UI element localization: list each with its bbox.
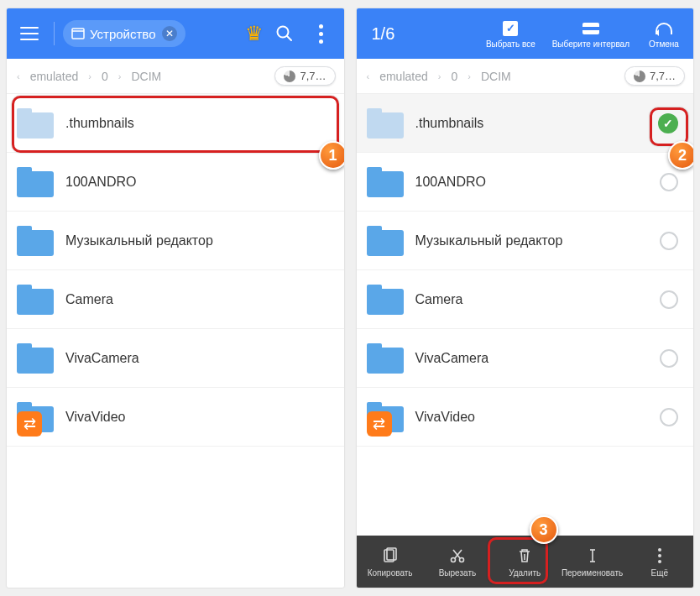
overflow-button[interactable] [306,18,337,50]
folder-icon [367,167,404,197]
folder-icon [17,343,54,374]
chip-label: Устройство [90,27,155,41]
folder-row[interactable]: .thumbnails [7,94,344,153]
folder-icon [367,108,404,139]
chevron-right-icon: › [118,71,122,81]
cut-button[interactable]: Вырезать [424,536,491,588]
action-label: Копировать [368,568,413,578]
app-bar: Устройство ✕ ♛ [7,8,344,59]
select-interval-button[interactable]: Выберите интервал [547,19,635,49]
delete-button[interactable]: Удалить [491,536,558,588]
cursor-icon [584,547,601,564]
more-vert-icon [319,24,323,44]
folder-icon [367,226,404,256]
scissors-icon [449,547,466,564]
folder-row[interactable]: Музыкальный редактор [7,212,344,270]
close-chip-icon[interactable]: ✕ [162,26,177,41]
radio-unchecked[interactable] [660,232,678,250]
radio-unchecked[interactable] [660,408,678,426]
svg-point-6 [451,557,455,562]
folder-list: .thumbnails 100ANDRO Музыкальный редакто… [7,94,344,588]
folder-name: Музыкальный редактор [65,233,329,248]
breadcrumb: ‹ emulated › 0 › DCIM 7,7… [357,59,694,94]
folder-row[interactable]: 100ANDRO [357,153,694,212]
breadcrumb-item[interactable]: DCIM [476,68,516,85]
breadcrumb-item[interactable]: DCIM [126,68,166,85]
crown-icon[interactable]: ♛ [245,22,264,45]
folder-icon [17,285,54,315]
chevron-right-icon: › [438,71,441,81]
folder-name: 100ANDRO [65,175,329,190]
menu-button[interactable] [13,18,45,50]
svg-rect-0 [72,29,84,39]
folder-name: VivaCamera [65,351,329,366]
location-chip[interactable]: Устройство ✕ [63,20,185,47]
divider [54,22,55,45]
window-icon [71,28,85,39]
folder-name: 100ANDRO [415,175,649,190]
breadcrumb-item[interactable]: emulated [374,68,433,85]
storage-badge[interactable]: 7,7… [624,66,685,86]
phone-right: 1/6 ✓ Выбрать все Выберите интервал Отме… [357,8,694,588]
svg-line-3 [287,36,291,40]
folder-icon [17,167,54,197]
chevron-left-icon[interactable]: ‹ [367,71,370,81]
rename-button[interactable]: Переименовать [558,536,625,588]
breadcrumb-item[interactable]: 0 [97,68,113,85]
undo-icon [656,23,672,34]
interval-icon [582,23,599,34]
storage-badge[interactable]: 7,7… [274,66,335,86]
folder-icon [367,285,404,315]
svg-point-7 [459,557,463,562]
storage-text: 7,7… [650,70,676,82]
folder-name: .thumbnails [415,116,647,131]
folder-row[interactable]: VivaVideo [357,388,694,447]
selection-count: 1/6 [372,24,395,44]
action-label: Удалить [509,568,541,578]
chevron-right-icon: › [468,71,471,81]
phone-left: Устройство ✕ ♛ ‹ emulated › 0 › DCIM 7,7… [7,8,344,588]
folder-icon [367,402,404,432]
checkbox-icon: ✓ [503,21,518,36]
folder-row[interactable]: Camera [7,270,344,329]
folder-row[interactable]: 100ANDRO [7,153,344,212]
folder-name: VivaCamera [415,351,649,366]
copy-icon [382,547,399,564]
folder-name: Музыкальный редактор [415,233,649,248]
folder-name: VivaVideo [415,410,649,425]
folder-row[interactable]: Музыкальный редактор [357,212,694,270]
copy-button[interactable]: Копировать [357,536,424,588]
radio-unchecked[interactable] [660,290,678,309]
folder-icon [17,226,54,256]
breadcrumb-item[interactable]: emulated [25,68,84,85]
pie-icon [634,71,645,82]
more-button[interactable]: Ещё [626,536,693,588]
hamburger-icon [20,27,39,40]
breadcrumb: ‹ emulated › 0 › DCIM 7,7… [7,59,344,94]
folder-name: .thumbnails [65,116,329,131]
folder-row[interactable]: .thumbnails✓ [357,94,694,153]
folder-row[interactable]: VivaCamera [357,329,694,388]
selection-app-bar: 1/6 ✓ Выбрать все Выберите интервал Отме… [357,8,694,59]
action-label: Ещё [651,568,668,578]
folder-row[interactable]: VivaCamera [7,329,344,388]
bottom-action-bar: Копировать Вырезать Удалить Переименоват… [357,536,694,588]
folder-row[interactable]: Camera [357,270,694,329]
search-icon [275,24,294,43]
action-label: Отмена [649,39,679,49]
select-all-button[interactable]: ✓ Выбрать все [481,19,541,49]
chevron-left-icon[interactable]: ‹ [17,71,20,81]
action-label: Переименовать [562,568,623,578]
radio-unchecked[interactable] [660,349,678,368]
folder-name: Camera [65,292,329,307]
cancel-button[interactable]: Отмена [641,19,687,49]
check-icon[interactable]: ✓ [658,113,678,133]
breadcrumb-item[interactable]: 0 [446,68,462,85]
folder-name: VivaVideo [65,410,329,425]
radio-unchecked[interactable] [660,173,678,191]
action-label: Выбрать все [486,39,535,49]
chevron-right-icon: › [88,71,91,81]
folder-name: Camera [415,292,649,307]
search-button[interactable] [269,18,300,50]
folder-row[interactable]: VivaVideo [7,388,344,447]
